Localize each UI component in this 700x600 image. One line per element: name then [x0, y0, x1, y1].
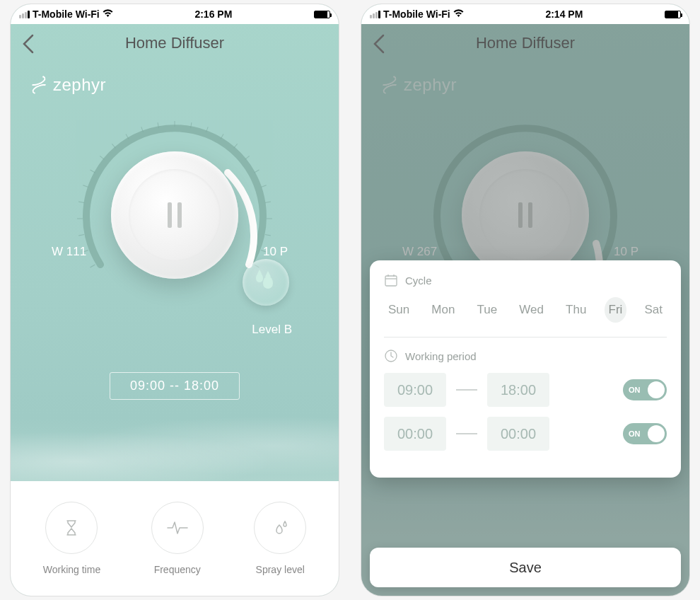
svg-line-22: [265, 235, 271, 236]
nav-label: Frequency: [154, 564, 201, 575]
svg-line-4: [78, 202, 84, 202]
svg-line-16: [234, 144, 238, 148]
day-thu[interactable]: Thu: [561, 297, 590, 323]
nav-frequency[interactable]: Frequency: [151, 502, 204, 575]
calendar-icon: [384, 273, 398, 287]
droplets-icon: [254, 502, 306, 554]
svg-line-0: [90, 265, 95, 267]
header: Home Diffuser: [361, 24, 689, 62]
svg-line-7: [100, 156, 104, 159]
battery-icon: [314, 11, 330, 18]
day-sat[interactable]: Sat: [640, 297, 667, 323]
wifi-icon: [103, 9, 113, 20]
nav-spray-level[interactable]: Spray level: [254, 502, 306, 575]
mist-level-button[interactable]: [243, 259, 289, 306]
period2-to[interactable]: 00:00: [487, 417, 549, 451]
droplet-icon: [263, 276, 273, 289]
toggle-label: ON: [629, 429, 641, 438]
period1-to[interactable]: 18:00: [487, 373, 549, 407]
status-bar: T-Mobile Wi-Fi 2:14 PM: [361, 4, 689, 24]
dial-right-value: 10 P: [263, 245, 288, 259]
nav-label: Spray level: [256, 564, 305, 575]
bottom-nav: Working time Frequency Spray level: [11, 481, 339, 596]
schedule-sheet: Cycle Sun Mon Tue Wed Thu Fri Sat Workin…: [370, 260, 681, 478]
period-row-2: 00:00 00:00 ON: [384, 417, 667, 451]
phone-screen-schedule: T-Mobile Wi-Fi 2:14 PM Home Diffuser zep…: [361, 4, 690, 596]
pause-icon: [129, 169, 221, 261]
time-range-chip[interactable]: 09:00 -- 18:00: [110, 372, 240, 400]
dial-left-value: W 111: [52, 245, 86, 259]
back-button[interactable]: [373, 34, 385, 59]
svg-line-6: [90, 170, 95, 173]
header: Home Diffuser: [11, 24, 339, 62]
page-title: Home Diffuser: [476, 34, 575, 52]
battery-icon: [665, 11, 681, 18]
day-fri[interactable]: Fri: [605, 297, 627, 323]
svg-line-20: [265, 202, 271, 202]
dial-area: [11, 102, 339, 342]
signal-icon: [19, 11, 30, 18]
svg-line-5: [83, 185, 88, 188]
svg-rect-25: [385, 276, 397, 286]
day-picker: Sun Mon Tue Wed Thu Fri Sat: [384, 297, 667, 338]
clock-label: 2:14 PM: [545, 8, 583, 20]
level-label: Level B: [252, 323, 292, 337]
day-tue[interactable]: Tue: [473, 297, 502, 323]
wifi-icon: [453, 9, 464, 20]
brand-icon: [28, 75, 47, 95]
brand-logo: zephyr: [11, 62, 339, 102]
day-wed[interactable]: Wed: [515, 297, 548, 323]
period1-toggle[interactable]: ON: [623, 379, 667, 400]
phone-screen-main: T-Mobile Wi-Fi 2:16 PM Home Diffuser zep…: [10, 4, 339, 596]
pulse-icon: [151, 502, 204, 554]
dial-knob[interactable]: [111, 151, 238, 279]
period2-toggle[interactable]: ON: [623, 423, 667, 444]
back-button[interactable]: [22, 34, 35, 59]
svg-line-18: [255, 170, 259, 173]
clock-icon: [384, 349, 398, 363]
carrier-label: T-Mobile Wi-Fi: [33, 8, 100, 20]
svg-line-8: [112, 144, 115, 148]
cycle-label: Cycle: [405, 275, 432, 287]
cycle-header: Cycle: [384, 273, 667, 287]
clock-label: 2:16 PM: [194, 8, 232, 20]
toggle-label: ON: [629, 386, 641, 394]
brand-text: zephyr: [53, 75, 106, 95]
day-sun[interactable]: Sun: [384, 297, 414, 323]
svg-line-17: [245, 156, 250, 159]
carrier-label: T-Mobile Wi-Fi: [383, 8, 450, 20]
save-label: Save: [509, 560, 542, 576]
signal-icon: [370, 11, 380, 18]
hourglass-icon: [45, 502, 98, 554]
status-bar: T-Mobile Wi-Fi 2:16 PM: [11, 4, 339, 24]
working-period-header: Working period: [384, 349, 667, 363]
dash-icon: [456, 389, 477, 391]
period2-from[interactable]: 00:00: [384, 417, 446, 451]
svg-line-2: [78, 235, 84, 236]
dash-icon: [456, 433, 477, 434]
svg-line-19: [261, 185, 267, 188]
save-button[interactable]: Save: [370, 548, 681, 587]
droplet-icon: [256, 273, 263, 282]
nav-working-time[interactable]: Working time: [43, 502, 100, 575]
page-title: Home Diffuser: [125, 34, 224, 52]
day-mon[interactable]: Mon: [427, 297, 459, 323]
nav-label: Working time: [43, 564, 100, 575]
period1-from[interactable]: 09:00: [384, 373, 446, 407]
period-row-1: 09:00 18:00 ON: [384, 373, 667, 407]
working-period-label: Working period: [405, 350, 477, 362]
